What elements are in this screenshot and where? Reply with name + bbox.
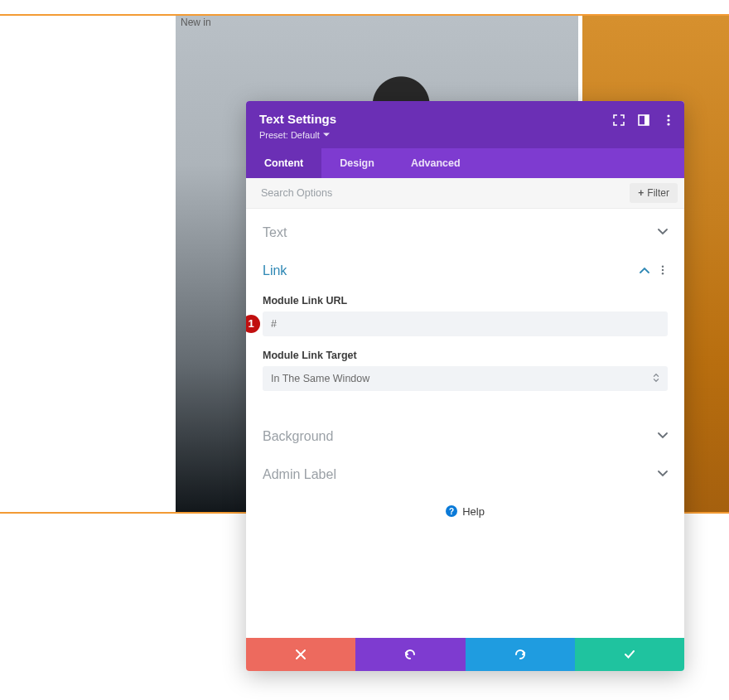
section-link-more[interactable] xyxy=(658,263,668,278)
field-row-target: In The Same Window xyxy=(263,366,668,391)
text-settings-modal: Text Settings Preset: Default xyxy=(246,101,684,671)
svg-point-7 xyxy=(662,273,664,274)
redo-icon xyxy=(514,649,526,660)
preset-dropdown[interactable]: Preset: Default xyxy=(259,130,671,140)
sections-container: Text Link Module Link URL xyxy=(246,209,684,639)
new-in-label: New in xyxy=(181,17,211,28)
tab-content[interactable]: Content xyxy=(246,148,321,178)
svg-point-2 xyxy=(667,114,669,117)
filter-button[interactable]: + Filter xyxy=(630,183,678,203)
search-row: + Filter xyxy=(246,178,684,209)
section-admin-label[interactable]: Admin Label xyxy=(246,456,684,494)
search-input[interactable] xyxy=(259,186,630,200)
section-text[interactable]: Text xyxy=(246,214,684,252)
section-background[interactable]: Background xyxy=(246,418,684,456)
modal-footer xyxy=(246,638,684,671)
tab-design[interactable]: Design xyxy=(321,148,393,178)
modal-header: Text Settings Preset: Default xyxy=(246,101,684,148)
chevron-down-icon xyxy=(323,133,330,138)
tab-advanced[interactable]: Advanced xyxy=(393,148,479,178)
help-link[interactable]: ? Help xyxy=(246,494,684,526)
cancel-button[interactable] xyxy=(246,638,355,671)
undo-button[interactable] xyxy=(355,638,465,671)
check-icon xyxy=(624,649,635,660)
field-row-url: 1 xyxy=(263,311,668,336)
chevron-up-icon xyxy=(640,263,649,278)
svg-rect-1 xyxy=(645,115,649,125)
undo-icon xyxy=(404,649,416,660)
modal-tabs: Content Design Advanced xyxy=(246,148,684,178)
section-link-body: Module Link URL 1 Module Link Target In … xyxy=(246,295,684,418)
modal-header-actions xyxy=(610,111,678,129)
module-link-target-select[interactable]: In The Same Window xyxy=(263,366,668,391)
more-button[interactable] xyxy=(659,111,678,129)
svg-point-5 xyxy=(662,265,664,267)
field-label-url: Module Link URL xyxy=(263,295,668,307)
expand-icon xyxy=(613,114,625,126)
annotation-badge-1: 1 xyxy=(246,315,260,333)
chevron-down-icon xyxy=(658,429,668,444)
kebab-icon xyxy=(663,114,674,126)
section-background-title: Background xyxy=(263,429,333,444)
close-icon xyxy=(295,649,307,660)
svg-point-3 xyxy=(667,118,669,121)
section-admin-label-title: Admin Label xyxy=(263,467,336,482)
svg-point-6 xyxy=(662,268,664,270)
chevron-down-icon xyxy=(658,225,668,240)
page-background: New in Text Settings Preset: Default xyxy=(0,0,729,700)
section-text-title: Text xyxy=(263,225,287,240)
help-icon: ? xyxy=(446,505,457,517)
module-link-url-input[interactable] xyxy=(263,311,668,336)
snap-button[interactable] xyxy=(635,111,653,129)
plus-icon: + xyxy=(638,187,644,199)
help-label: Help xyxy=(462,505,485,518)
filter-label: Filter xyxy=(647,187,669,199)
expand-button[interactable] xyxy=(610,111,628,129)
section-link[interactable]: Link xyxy=(246,252,684,290)
field-label-target: Module Link Target xyxy=(263,350,668,361)
confirm-button[interactable] xyxy=(575,638,684,671)
redo-button[interactable] xyxy=(466,638,575,671)
snap-icon xyxy=(638,114,649,126)
chevron-down-icon xyxy=(658,467,668,482)
section-link-title: Link xyxy=(263,263,287,278)
svg-point-4 xyxy=(667,123,669,125)
preset-label: Preset: Default xyxy=(259,130,320,140)
